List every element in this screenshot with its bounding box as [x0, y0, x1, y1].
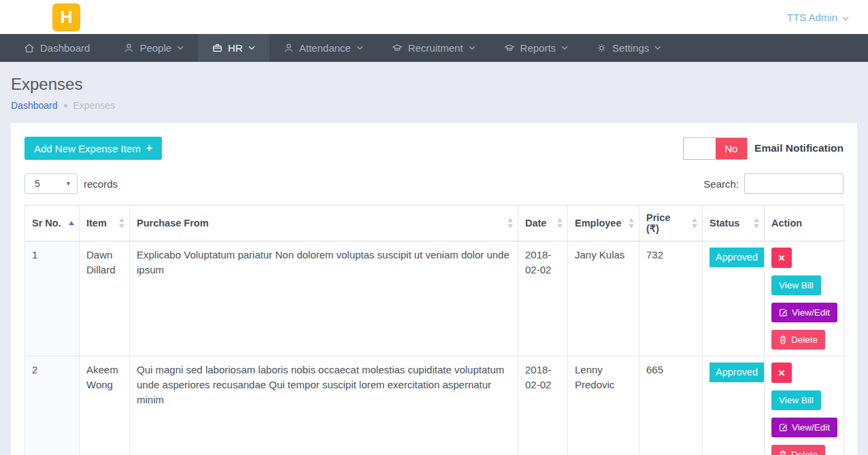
search-label: Search:: [703, 178, 739, 190]
chevron-down-icon: [177, 46, 184, 50]
select-arrow-icon: ▼: [65, 180, 71, 187]
cell-date: 2018-02-02: [518, 241, 568, 356]
edit-icon: [779, 423, 788, 432]
view-bill-button[interactable]: View Bill: [771, 390, 821, 410]
cell-price: 665: [639, 356, 703, 455]
cell-purchase-from: Explicabo Voluptatum pariatur Non dolore…: [130, 241, 518, 356]
breadcrumb-dashboard-link[interactable]: Dashboard: [11, 100, 58, 111]
table-row: 1 Dawn Dillard Explicabo Voluptatum pari…: [25, 241, 844, 356]
status-badge: Approved: [710, 363, 764, 382]
sort-icon: [557, 218, 563, 229]
delete-button[interactable]: Delete: [771, 330, 825, 350]
sort-icon: [119, 218, 124, 229]
home-icon: [24, 43, 35, 54]
nav-item-recruitment[interactable]: Recruitment: [378, 34, 490, 62]
app-logo[interactable]: H: [52, 3, 80, 31]
cell-sr-no: 1: [25, 241, 80, 356]
add-new-expense-button[interactable]: Add New Expense Item +: [24, 137, 162, 160]
dismiss-button[interactable]: ✕: [771, 248, 792, 268]
toggle-state-label: No: [716, 138, 748, 159]
delete-button[interactable]: Delete: [771, 445, 825, 455]
column-header-employee[interactable]: Employee: [568, 205, 639, 241]
chevron-down-icon: [469, 46, 475, 50]
nav-item-attendance[interactable]: Attendance: [269, 34, 378, 62]
expenses-card: Add New Expense Item + No Email Notifica…: [11, 123, 857, 455]
cap-icon: [504, 43, 515, 53]
view-edit-button[interactable]: View/Edit: [771, 303, 837, 322]
close-icon: ✕: [778, 253, 786, 263]
sort-icon: [69, 221, 74, 225]
dismiss-button[interactable]: ✕: [771, 363, 792, 383]
top-bar: H TTS Admin: [0, 0, 868, 34]
table-body: 1 Dawn Dillard Explicabo Voluptatum pari…: [25, 241, 844, 455]
nav-item-people[interactable]: People: [110, 34, 198, 62]
user-menu-label: TTS Admin: [787, 12, 837, 23]
main-nav: Dashboard People HR Attendance Recruitme…: [0, 34, 868, 62]
sort-icon: [629, 218, 634, 229]
trash-icon: [779, 335, 787, 344]
user-menu[interactable]: TTS Admin: [787, 12, 849, 23]
column-header-price[interactable]: Price (₹): [639, 205, 703, 241]
cell-item: Dawn Dillard: [80, 241, 130, 356]
breadcrumb: Dashboard Expenses: [11, 100, 857, 111]
page-head: Expenses Dashboard Expenses: [0, 62, 868, 111]
page-title: Expenses: [11, 75, 857, 94]
view-edit-button[interactable]: View/Edit: [771, 418, 837, 437]
nav-item-dashboard[interactable]: Dashboard: [10, 34, 110, 62]
column-header-item[interactable]: Item: [80, 205, 130, 241]
trash-icon: [779, 450, 787, 455]
records-per-page-select[interactable]: 5 ▼: [24, 173, 78, 194]
breadcrumb-separator: [64, 104, 67, 107]
chevron-down-icon: [842, 12, 849, 23]
user-icon: [124, 43, 134, 53]
sort-icon: [754, 218, 759, 229]
column-header-sr-no[interactable]: Sr No.: [25, 205, 80, 241]
column-header-status[interactable]: Status: [703, 205, 765, 241]
sort-icon: [692, 218, 697, 229]
gear-icon: [597, 43, 607, 53]
cell-price: 732: [639, 241, 703, 356]
email-notification-toggle[interactable]: No: [683, 137, 748, 160]
cell-purchase-from: Qui magni sed laboriosam laboris nobis o…: [130, 356, 518, 455]
chevron-down-icon: [561, 46, 568, 50]
column-header-date[interactable]: Date: [518, 205, 568, 241]
status-badge: Approved: [710, 248, 764, 267]
cell-date: 2018-02-02: [518, 356, 568, 455]
chevron-down-icon: [654, 46, 661, 50]
chevron-down-icon: [248, 46, 255, 50]
search-input[interactable]: [744, 173, 844, 194]
cell-sr-no: 2: [25, 356, 80, 455]
cap-icon: [392, 43, 403, 53]
table-header-row: Sr No.ItemPurchase FromDateEmployeePrice…: [25, 205, 844, 241]
nav-item-settings[interactable]: Settings: [582, 34, 675, 62]
edit-icon: [779, 308, 788, 317]
cell-item: Akeem Wong: [80, 356, 130, 455]
toggle-off-side: [684, 138, 716, 159]
records-label: records: [84, 178, 118, 190]
column-header-purchase-from[interactable]: Purchase From: [130, 205, 518, 241]
email-notification-label: Email Notification: [754, 142, 844, 154]
nav-item-reports[interactable]: Reports: [490, 34, 583, 62]
plus-icon: +: [146, 142, 152, 154]
briefcase-icon: [212, 43, 222, 53]
table-row: 2 Akeem Wong Qui magni sed laboriosam la…: [25, 356, 844, 455]
cell-employee: Jany Kulas: [568, 241, 639, 356]
expenses-table: Sr No.ItemPurchase FromDateEmployeePrice…: [24, 205, 844, 455]
user-icon: [284, 43, 294, 53]
close-icon: ✕: [778, 368, 786, 378]
breadcrumb-current: Expenses: [73, 100, 115, 111]
view-bill-button[interactable]: View Bill: [771, 275, 821, 295]
chevron-down-icon: [356, 46, 363, 50]
nav-item-hr[interactable]: HR: [198, 34, 269, 62]
column-header-action: Action: [765, 205, 844, 241]
cell-employee: Lenny Predovic: [568, 356, 639, 455]
sort-icon: [507, 218, 513, 229]
